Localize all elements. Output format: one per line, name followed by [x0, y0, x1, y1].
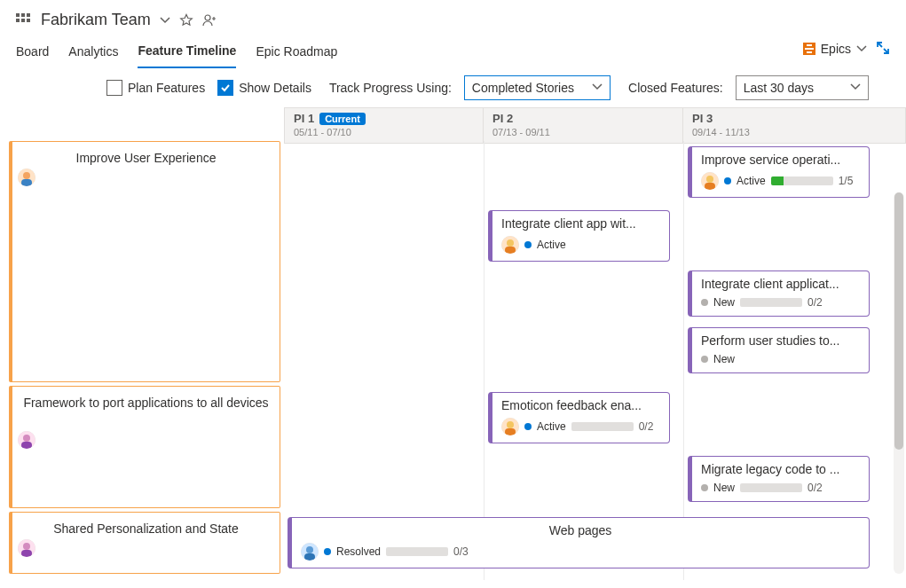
feature-title: Integrate client applicat... — [701, 277, 860, 291]
track-progress-select[interactable]: Completed Stories — [464, 75, 611, 100]
svg-rect-11 — [21, 179, 32, 186]
feature-title: Improve service operati... — [701, 153, 860, 167]
epics-label: Epics — [821, 42, 851, 56]
tab-epic-roadmap[interactable]: Epic Roadmap — [256, 39, 337, 67]
team-dropdown[interactable] — [160, 15, 170, 26]
avatar — [701, 172, 719, 190]
svg-point-13 — [23, 435, 30, 442]
progress-bar — [571, 422, 634, 431]
epic-column: Improve User Experience Framework to por… — [0, 107, 284, 580]
closed-features-value: Last 30 days — [744, 81, 814, 95]
progress-bar — [386, 547, 448, 556]
feature-card[interactable]: Emoticon feedback ena... Active 0/2 — [488, 392, 670, 443]
vertical-scrollbar[interactable] — [894, 192, 904, 574]
svg-rect-0 — [16, 13, 20, 17]
svg-rect-3 — [16, 19, 20, 22]
avatar — [18, 539, 35, 557]
progress-text: 0/2 — [808, 482, 823, 494]
epic-card[interactable]: Shared Personalization and State — [9, 512, 280, 574]
feature-card[interactable]: Improve service operati... Active 1/5 — [688, 146, 870, 198]
epic-card[interactable]: Improve User Experience — [9, 141, 280, 382]
svg-point-10 — [23, 172, 30, 179]
state-dot — [701, 484, 708, 491]
svg-point-28 — [306, 546, 313, 553]
track-progress-label: Track Progress Using: — [329, 81, 452, 95]
state-label: Active — [737, 175, 766, 187]
svg-point-16 — [23, 543, 30, 550]
epic-title: Shared Personalization and State — [21, 520, 271, 536]
feature-card[interactable]: Perform user studies to... New — [688, 327, 870, 373]
scrollbar-thumb[interactable] — [894, 192, 903, 450]
people-icon[interactable] — [202, 13, 218, 27]
state-dot — [701, 356, 708, 363]
svg-rect-5 — [27, 19, 30, 22]
tab-analytics[interactable]: Analytics — [68, 39, 118, 67]
chevron-down-icon — [850, 81, 861, 95]
svg-rect-26 — [505, 428, 516, 435]
feature-card[interactable]: Web pages Resolved 0/3 — [288, 517, 870, 568]
state-label: New — [713, 353, 735, 365]
avatar — [18, 431, 35, 449]
page-header: Fabrikam Team — [0, 0, 906, 38]
progress-bar — [740, 298, 802, 307]
svg-rect-23 — [505, 247, 516, 254]
show-details-checkbox[interactable] — [217, 80, 233, 96]
column-header-pi3[interactable]: PI 3 09/14 - 11/13 — [683, 107, 906, 144]
epic-card[interactable]: Framework to port applications to all de… — [9, 386, 280, 508]
state-dot — [524, 423, 532, 430]
svg-point-19 — [706, 176, 713, 183]
feature-card[interactable]: Integrate client app wit... Active — [488, 210, 670, 262]
state-label: New — [713, 296, 735, 309]
svg-point-6 — [205, 15, 210, 20]
feature-card[interactable]: Integrate client applicat... New 0/2 — [688, 270, 870, 317]
pi-name: PI 3 — [692, 112, 713, 125]
epic-title: Improve User Experience — [21, 149, 271, 165]
state-dot — [701, 299, 708, 306]
epics-dropdown[interactable]: Epics — [803, 38, 867, 59]
state-dot — [524, 241, 532, 248]
team-name: Fabrikam Team — [41, 11, 151, 29]
progress-text: 0/2 — [808, 296, 823, 309]
timeline-grid: PI 1Current 05/11 - 07/10 PI 2 07/13 - 0… — [284, 107, 906, 580]
chevron-down-icon — [856, 43, 867, 54]
feature-title: Emoticon feedback ena... — [501, 398, 660, 412]
current-badge: Current — [319, 113, 366, 125]
fullscreen-icon[interactable] — [876, 41, 890, 58]
pi-dates: 09/14 - 11/13 — [692, 127, 896, 137]
column-header-pi2[interactable]: PI 2 07/13 - 09/11 — [484, 107, 683, 144]
feature-card[interactable]: Migrate legacy code to ... New 0/2 — [688, 456, 870, 502]
svg-point-25 — [507, 421, 514, 428]
plan-features-checkbox[interactable] — [106, 80, 122, 96]
progress-bar — [771, 176, 833, 185]
feature-title: Integrate client app wit... — [501, 216, 660, 231]
state-label: New — [713, 482, 735, 494]
state-label: Active — [537, 239, 566, 251]
epics-icon — [803, 43, 815, 55]
pi-name: PI 1 — [294, 112, 314, 125]
progress-text: 0/3 — [453, 545, 469, 558]
lanes: Improve service operati... Active 1/5 In… — [284, 141, 906, 580]
closed-features-select[interactable]: Last 30 days — [736, 75, 869, 100]
pi-dates: 05/11 - 07/10 — [294, 127, 474, 137]
track-progress-value: Completed Stories — [472, 81, 574, 95]
column-divider — [484, 141, 485, 580]
feature-title: Web pages — [301, 523, 860, 537]
progress-bar — [740, 483, 802, 492]
svg-point-22 — [507, 239, 514, 247]
avatar — [301, 543, 319, 561]
tab-feature-timeline[interactable]: Feature Timeline — [138, 38, 236, 68]
tab-board[interactable]: Board — [16, 39, 49, 67]
svg-rect-2 — [27, 13, 30, 17]
svg-rect-4 — [21, 19, 25, 22]
state-label: Active — [537, 420, 566, 433]
chevron-down-icon — [592, 81, 603, 95]
column-header-pi1[interactable]: PI 1Current 05/11 - 07/10 — [284, 107, 484, 144]
epic-title: Framework to port applications to all de… — [21, 394, 271, 410]
column-divider — [683, 141, 684, 580]
svg-rect-14 — [21, 442, 32, 449]
pi-name: PI 2 — [492, 112, 513, 125]
avatar — [501, 236, 519, 254]
state-dot — [324, 548, 331, 555]
favorite-star-icon[interactable] — [179, 13, 193, 27]
svg-rect-1 — [21, 13, 25, 17]
